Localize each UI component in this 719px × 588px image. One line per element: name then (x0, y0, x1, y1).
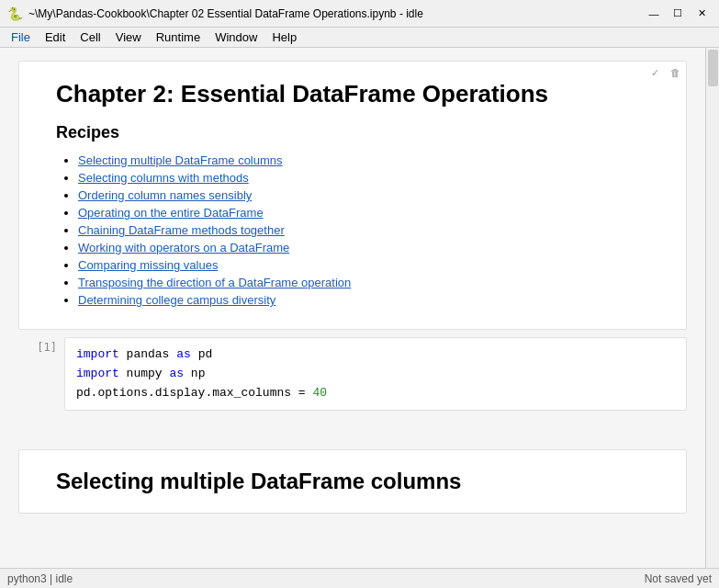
recipe-link-3[interactable]: Ordering column names sensibly (78, 188, 252, 202)
menu-view[interactable]: View (108, 28, 149, 46)
cell-prompt: [1] (18, 337, 64, 354)
list-item: Working with operators on a DataFrame (78, 241, 649, 254)
recipe-link-9[interactable]: Determining college campus diversity (78, 293, 275, 307)
code-content[interactable]: import pandas as pd import numpy as np p… (64, 337, 687, 411)
main-area: ✓ 🗑 Chapter 2: Essential DataFrame Opera… (0, 48, 719, 568)
code-line-2: import numpy as np (76, 365, 675, 384)
code-line-1: import pandas as pd (76, 345, 675, 365)
maximize-button[interactable]: ☐ (668, 4, 688, 24)
keyword-as-2: as (169, 367, 184, 380)
recipes-heading: Recipes (56, 123, 649, 142)
recipe-link-4[interactable]: Operating on the entire DataFrame (78, 206, 264, 220)
section-heading: Selecting multiple DataFrame columns (18, 449, 687, 514)
code-cell-1: [1] import pandas as pd import numpy as … (18, 337, 687, 411)
list-item: Determining college campus diversity (78, 293, 649, 307)
keyword-import-1: import (76, 347, 119, 361)
close-button[interactable]: ✕ (691, 4, 712, 24)
number-40: 40 (312, 386, 327, 400)
scrollbar[interactable] (705, 48, 719, 568)
chapter-title: Chapter 2: Essential DataFrame Operation… (56, 80, 649, 108)
section-title-cell: Selecting multiple DataFrame columns (18, 449, 687, 514)
delete-icon[interactable]: 🗑 (667, 64, 683, 81)
menu-cell[interactable]: Cell (73, 28, 107, 46)
menu-window[interactable]: Window (208, 28, 264, 46)
recipe-link-5[interactable]: Chaining DataFrame methods together (78, 223, 285, 237)
notebook-content[interactable]: ✓ 🗑 Chapter 2: Essential DataFrame Opera… (0, 48, 705, 568)
cell-toolbar: ✓ 🗑 (646, 64, 683, 81)
menu-bar: File Edit Cell View Runtime Window Help (0, 28, 719, 48)
list-item: Selecting columns with methods (78, 171, 649, 185)
check-icon[interactable]: ✓ (646, 64, 663, 81)
window-controls: — ☐ ✕ (644, 4, 712, 24)
list-item: Ordering column names sensibly (78, 188, 649, 202)
menu-help[interactable]: Help (264, 28, 304, 46)
list-item: Transposing the direction of a DataFrame… (78, 276, 649, 289)
section-title: Selecting multiple DataFrame columns (56, 469, 649, 494)
keyword-import-2: import (76, 367, 119, 380)
list-item: Selecting multiple DataFrame columns (78, 153, 649, 167)
spacer (0, 418, 705, 446)
recipe-list: Selecting multiple DataFrame columns Sel… (56, 153, 649, 307)
menu-runtime[interactable]: Runtime (149, 28, 208, 46)
markdown-cell-chapter: ✓ 🗑 Chapter 2: Essential DataFrame Opera… (18, 61, 687, 330)
list-item: Chaining DataFrame methods together (78, 223, 649, 237)
status-bar: python3 | idle Not saved yet (0, 568, 719, 588)
code-line-3: pd.options.display.max_columns = 40 (76, 384, 675, 403)
keyword-as-1: as (176, 347, 191, 361)
title-bar: 🐍 ~\My\Pandas-Cookbook\Chapter 02 Essent… (0, 0, 719, 28)
recipe-link-1[interactable]: Selecting multiple DataFrame columns (78, 153, 283, 167)
list-item: Operating on the entire DataFrame (78, 206, 649, 220)
menu-edit[interactable]: Edit (38, 28, 73, 46)
window-title: ~\My\Pandas-Cookbook\Chapter 02 Essentia… (28, 7, 423, 20)
recipe-link-6[interactable]: Working with operators on a DataFrame (78, 241, 289, 254)
minimize-button[interactable]: — (644, 4, 664, 24)
recipe-link-7[interactable]: Comparing missing values (78, 258, 218, 272)
app-icon: 🐍 (7, 6, 23, 21)
recipe-link-8[interactable]: Transposing the direction of a DataFrame… (78, 276, 351, 289)
menu-file[interactable]: File (4, 28, 38, 46)
chapter-header-cell: ✓ 🗑 Chapter 2: Essential DataFrame Opera… (18, 61, 687, 330)
scroll-thumb[interactable] (708, 50, 718, 86)
recipe-link-2[interactable]: Selecting columns with methods (78, 171, 249, 185)
kernel-status: python3 | idle (7, 572, 73, 585)
save-status: Not saved yet (645, 572, 712, 585)
list-item: Comparing missing values (78, 258, 649, 272)
